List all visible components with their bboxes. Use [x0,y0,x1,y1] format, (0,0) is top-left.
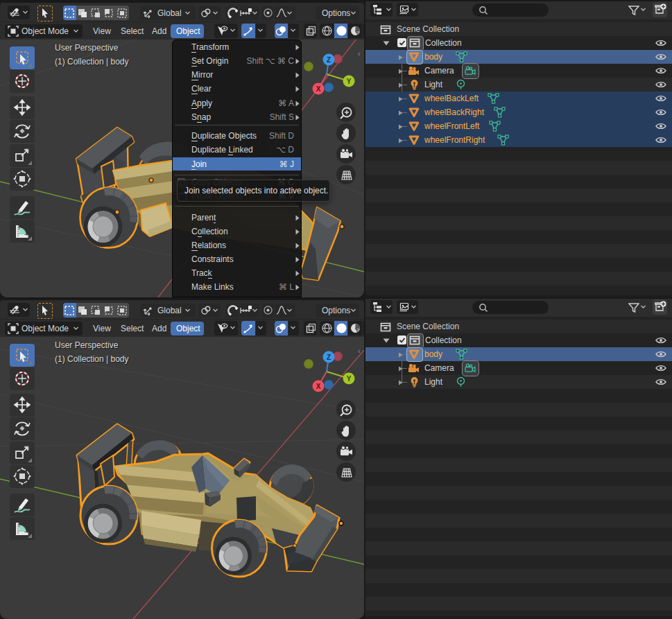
svg-text:Y: Y [347,375,352,383]
svg-text:X: X [316,383,321,390]
svg-text:Y: Y [347,78,352,85]
svg-text:Z: Z [327,354,331,361]
svg-text:Z: Z [327,56,331,64]
svg-text:X: X [316,85,321,93]
